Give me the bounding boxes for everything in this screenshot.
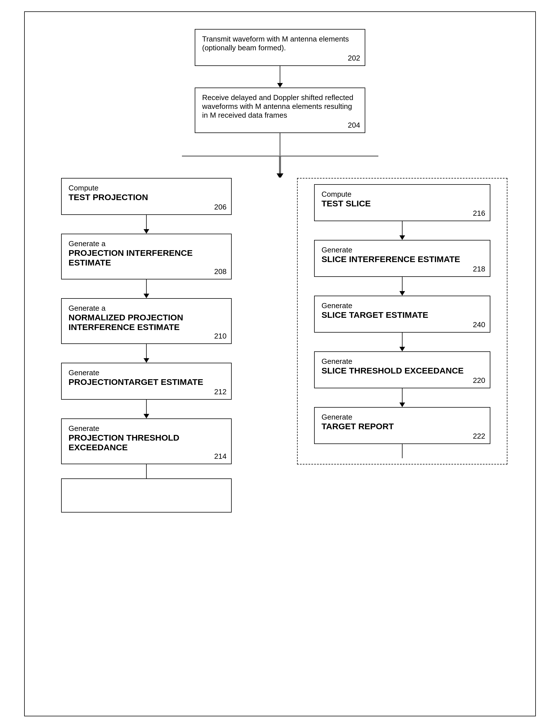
box-240-num: 240 bbox=[473, 320, 485, 329]
box-204-num: 204 bbox=[348, 121, 360, 130]
box-214-large: PROJECTION THRESHOLD EXCEEDANCE bbox=[69, 433, 224, 452]
flowchart: Transmit waveform with M antenna element… bbox=[47, 29, 513, 513]
box-208-small: Generate a bbox=[69, 239, 224, 248]
box-204-text: Receive delayed and Doppler shifted refl… bbox=[202, 93, 353, 119]
page: Transmit waveform with M antenna element… bbox=[24, 11, 536, 716]
box-222-num: 222 bbox=[473, 432, 485, 441]
box-218: Generate SLICE INTERFERENCE ESTIMATE 218 bbox=[314, 240, 490, 277]
box-214-num: 214 bbox=[214, 452, 227, 461]
box-210-num: 210 bbox=[214, 332, 227, 341]
box-202-num: 202 bbox=[348, 54, 360, 63]
box-210: Generate a NORMALIZED PROJECTION INTERFE… bbox=[61, 298, 232, 344]
box-208-num: 208 bbox=[214, 267, 227, 276]
box-210-large: NORMALIZED PROJECTION INTERFERENCE ESTIM… bbox=[69, 313, 224, 332]
box-208: Generate a PROJECTION INTERFERENCE ESTIM… bbox=[61, 234, 232, 279]
box-212-num: 212 bbox=[214, 387, 227, 396]
box-220-large: SLICE THRESHOLD EXCEEDANCE bbox=[322, 366, 483, 376]
box-218-large: SLICE INTERFERENCE ESTIMATE bbox=[322, 254, 483, 264]
box-220-num: 220 bbox=[473, 376, 485, 385]
box-216-num: 216 bbox=[473, 209, 485, 218]
box-202-text: Transmit waveform with M antenna element… bbox=[202, 35, 349, 52]
box-216: Compute TEST SLICE 216 bbox=[314, 184, 490, 221]
box-216-small: Compute bbox=[322, 190, 483, 199]
box-206-num: 206 bbox=[214, 203, 227, 211]
box-220: Generate SLICE THRESHOLD EXCEEDANCE 220 bbox=[314, 351, 490, 388]
box-222-large: TARGET REPORT bbox=[322, 422, 483, 431]
box-204: Receive delayed and Doppler shifted refl… bbox=[195, 88, 365, 133]
box-216-large: TEST SLICE bbox=[322, 199, 483, 208]
box-214: Generate PROJECTION THRESHOLD EXCEEDANCE… bbox=[61, 418, 232, 464]
box-222: Generate TARGET REPORT 222 bbox=[314, 407, 490, 444]
box-218-small: Generate bbox=[322, 246, 483, 254]
box-212-small: Generate bbox=[69, 368, 224, 377]
box-222-small: Generate bbox=[322, 413, 483, 422]
box-206-large: TEST PROJECTION bbox=[69, 192, 224, 202]
box-240: Generate SLICE TARGET ESTIMATE 240 bbox=[314, 296, 490, 333]
box-240-small: Generate bbox=[322, 301, 483, 310]
box-208-large: PROJECTION INTERFERENCE ESTIMATE bbox=[69, 248, 224, 267]
box-218-num: 218 bbox=[473, 265, 485, 273]
box-212: Generate PROJECTIONTARGET ESTIMATE 212 bbox=[61, 363, 232, 400]
box-240-large: SLICE TARGET ESTIMATE bbox=[322, 310, 483, 320]
box-214-small: Generate bbox=[69, 424, 224, 433]
box-206: Compute TEST PROJECTION 206 bbox=[61, 178, 232, 215]
box-210-small: Generate a bbox=[69, 304, 224, 313]
box-202: Transmit waveform with M antenna element… bbox=[195, 29, 365, 66]
box-220-small: Generate bbox=[322, 357, 483, 366]
box-206-small: Compute bbox=[69, 184, 224, 192]
box-212-large: PROJECTIONTARGET ESTIMATE bbox=[69, 377, 224, 387]
